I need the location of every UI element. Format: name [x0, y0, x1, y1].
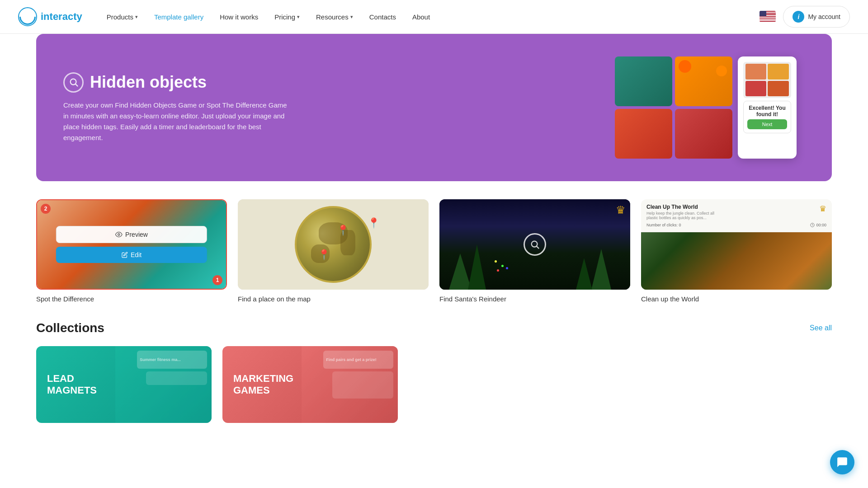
hero-image-1: [615, 56, 672, 106]
card-spot-difference[interactable]: 2 Preview Edit 1 Spot the Difference: [36, 199, 227, 303]
hero-icon-title: Hidden objects: [63, 72, 597, 93]
hero-image-grid: [615, 56, 732, 159]
preview-button[interactable]: Preview: [56, 226, 207, 243]
page-content: Hidden objects Create your own Find Hidd…: [0, 0, 868, 441]
world-crown-icon: ♛: [819, 204, 826, 214]
badge-number-1: 1: [212, 275, 222, 285]
collections-grid: LEADMAGNETS Summer fitness ma... MARKETI…: [36, 346, 398, 423]
nav-label-pricing: Pricing: [274, 13, 295, 21]
nav-label-contacts: Contacts: [369, 13, 396, 21]
hero-image-2: [675, 56, 732, 106]
svg-point-0: [70, 79, 76, 85]
logo-text: interacty: [41, 11, 82, 23]
world-clicks: Number of clicks: 0: [646, 223, 681, 227]
world-game-image: [641, 232, 832, 290]
svg-line-1: [75, 84, 78, 86]
card-overlay: Preview Edit: [56, 226, 207, 263]
nav-label-resources: Resources: [316, 13, 349, 21]
nav-label-products: Products: [107, 13, 133, 21]
hero-title: Hidden objects: [90, 73, 207, 92]
santa-background: ♛: [439, 199, 630, 290]
collection-marketing-label: MARKETINGGAMES: [222, 362, 304, 408]
card-map-image: 📍 📍 📍: [238, 199, 429, 290]
collection-lead-label: LEADMAGNETS: [36, 362, 108, 408]
hero-description: Create your own Find Hidden Objects Game…: [63, 100, 289, 143]
search-icon: [63, 72, 84, 93]
hero-image-4: [675, 109, 732, 159]
card-spot-image: 2 Preview Edit 1: [36, 199, 227, 290]
map-pin-3: 📍: [318, 249, 330, 261]
card-label-world: Clean up the World: [641, 295, 832, 303]
chat-button[interactable]: [830, 450, 854, 474]
cards-section: 2 Preview Edit 1 Spot the Difference: [0, 181, 868, 312]
card-world-image: Clean Up The World Help keep the jungle …: [641, 199, 832, 290]
map-pin-1: 📍: [337, 225, 349, 236]
chevron-down-icon-3: ▾: [350, 14, 353, 20]
account-icon: i: [793, 11, 804, 23]
logo-icon: [18, 7, 37, 26]
map-background: 📍 📍 📍: [238, 199, 429, 290]
badge-number-2: 2: [41, 204, 51, 214]
world-card-title: Clean Up The World: [646, 204, 719, 210]
hero-left: Hidden objects Create your own Find Hidd…: [63, 72, 597, 143]
nav-label-how-it-works: How it works: [220, 13, 258, 21]
see-all-link[interactable]: See all: [810, 324, 832, 332]
search-circle-icon: [524, 233, 546, 256]
hero-image-3: [615, 109, 672, 159]
language-flag-button[interactable]: [760, 11, 776, 23]
world-time: 00:00: [816, 223, 826, 227]
nav-item-contacts[interactable]: Contacts: [363, 9, 402, 24]
logo[interactable]: interacty: [18, 7, 82, 26]
collections-title: Collections: [36, 321, 104, 335]
my-account-label: My account: [808, 13, 840, 20]
card-clean-world[interactable]: Clean Up The World Help keep the jungle …: [641, 199, 832, 303]
svg-line-4: [537, 246, 539, 249]
nav-item-resources[interactable]: Resources ▾: [310, 9, 359, 24]
navbar: interacty Products ▾ Template gallery Ho…: [0, 0, 868, 34]
phone-next-button[interactable]: Next: [747, 119, 787, 129]
nav-item-about[interactable]: About: [406, 9, 436, 24]
card-label-santa: Find Santa's Reindeer: [439, 295, 630, 303]
nav-right: i My account: [760, 6, 850, 28]
hero-phone-mockup: Excellent! You found it! Next: [738, 56, 797, 159]
phone-found-badge: Excellent! You found it! Next: [743, 101, 791, 133]
nav-item-how-it-works[interactable]: How it works: [213, 9, 264, 24]
edit-button[interactable]: Edit: [56, 247, 207, 263]
my-account-button[interactable]: i My account: [783, 6, 850, 28]
collection-lead-magnets[interactable]: LEADMAGNETS Summer fitness ma...: [36, 346, 212, 423]
chevron-down-icon: ▾: [135, 14, 138, 20]
hero-section: Hidden objects Create your own Find Hidd…: [36, 34, 832, 181]
nav-label-template-gallery: Template gallery: [154, 13, 203, 21]
collections-section: Collections See all LEADMAGNETS Summer f…: [0, 312, 868, 441]
chevron-down-icon-2: ▾: [297, 14, 300, 20]
world-card-subtitle: Help keep the jungle clean. Collect all …: [646, 211, 719, 220]
card-find-map[interactable]: 📍 📍 📍 Find a place on the map: [238, 199, 429, 303]
map-pin-2: 📍: [368, 217, 380, 229]
card-santa-reindeer[interactable]: ♛ Find Santa's Reindeer: [439, 199, 630, 303]
crown-icon: ♛: [616, 204, 626, 216]
svg-point-3: [532, 241, 538, 247]
nav-item-products[interactable]: Products ▾: [100, 9, 144, 24]
found-title: Excellent! You found it!: [747, 105, 787, 117]
card-santa-image: ♛: [439, 199, 630, 290]
card-label-map: Find a place on the map: [238, 295, 429, 303]
cards-grid: 2 Preview Edit 1 Spot the Difference: [36, 199, 832, 303]
nav-links: Products ▾ Template gallery How it works…: [100, 9, 760, 24]
hero-right: Excellent! You found it! Next: [615, 56, 805, 159]
card-label-spot: Spot the Difference: [36, 295, 227, 303]
collection-marketing-games[interactable]: MARKETINGGAMES Find pairs and get a priz…: [222, 346, 398, 423]
nav-item-template-gallery[interactable]: Template gallery: [148, 9, 210, 24]
svg-point-2: [118, 234, 120, 235]
nav-item-pricing[interactable]: Pricing ▾: [268, 9, 306, 24]
collections-header: Collections See all: [36, 321, 832, 335]
nav-label-about: About: [412, 13, 430, 21]
